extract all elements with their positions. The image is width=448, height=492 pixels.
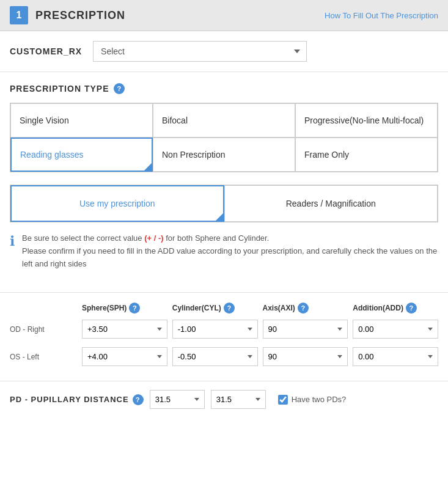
info-text: Be sure to select the correct value (+ /… [22, 232, 438, 270]
os-left-label: OS - Left [10, 353, 77, 361]
od-right-label: OD - Right [10, 325, 77, 334]
fields-header: Sphere(SPH) ? Cylinder(CYL) ? Axis(AXI) … [10, 303, 438, 314]
prescription-type-grid: Single Vision Bifocal Progressive(No-lin… [10, 103, 438, 172]
info-box: ℹ Be sure to select the correct value (+… [10, 232, 438, 276]
header-title: PRESCRIPTION [35, 9, 125, 22]
pd-have-two-label: Have two PDs? [292, 395, 347, 404]
pd-have-two-checkbox[interactable] [278, 395, 288, 405]
prescription-cell-frame-only[interactable]: Frame Only [295, 138, 438, 172]
addition-column-header: Addition(ADD) ? [353, 303, 438, 314]
subtype-cell-readers-magnification[interactable]: Readers / Magnification [224, 185, 438, 222]
prescription-cell-single-vision[interactable]: Single Vision [10, 103, 153, 138]
prescription-type-help-icon[interactable]: ? [114, 83, 125, 94]
prescription-type-title: PRESCRIPTION TYPE ? [10, 83, 438, 94]
info-icon: ℹ [10, 233, 15, 249]
os-left-row: OS - Left +4.00 -0.50 90 0.00 [10, 347, 438, 366]
os-left-sphere-select[interactable]: +4.00 [82, 347, 167, 366]
od-right-sphere-select[interactable]: +3.50 [82, 320, 167, 339]
prescription-cell-progressive[interactable]: Progressive(No-line Multi-focal) [295, 103, 438, 138]
od-right-cylinder-select[interactable]: -1.00 [172, 320, 258, 339]
prescription-header: 1 PRESCRIPTION How To Fill Out The Presc… [0, 0, 448, 31]
cylinder-help-icon[interactable]: ? [224, 303, 235, 314]
subtype-cell-use-my-prescription[interactable]: Use my prescription [10, 185, 224, 222]
subtype-row: Use my prescription Readers / Magnificat… [10, 185, 438, 222]
pd-value2-select[interactable]: 31.5 [211, 390, 266, 409]
sphere-help-icon[interactable]: ? [129, 303, 140, 314]
prescription-type-section: PRESCRIPTION TYPE ? Single Vision Bifoca… [0, 72, 448, 293]
prescription-cell-non-prescription[interactable]: Non Prescription [153, 138, 295, 172]
prescription-cell-reading-glasses[interactable]: Reading glasses [10, 138, 153, 172]
pd-value1-select[interactable]: 31.5 [150, 390, 205, 409]
axis-help-icon[interactable]: ? [298, 303, 309, 314]
od-right-axis-select[interactable]: 90 [263, 320, 348, 339]
help-link[interactable]: How To Fill Out The Prescription [325, 11, 438, 20]
customer-rx-label: CUSTOMER_RX [10, 46, 82, 56]
pd-section: PD - PUPILLARY DISTANCE ? 31.5 31.5 Have… [0, 381, 448, 417]
customer-rx-row: CUSTOMER_RX Select [0, 31, 448, 72]
pd-checkbox-row: Have two PDs? [278, 395, 347, 405]
pd-help-icon[interactable]: ? [133, 394, 144, 405]
sphere-column-header: Sphere(SPH) ? [82, 303, 167, 314]
header-left: 1 PRESCRIPTION [10, 6, 125, 24]
pd-label: PD - PUPILLARY DISTANCE ? [10, 394, 144, 405]
axis-column-header: Axis(AXI) ? [263, 303, 348, 314]
cylinder-column-header: Cylinder(CYL) ? [172, 303, 258, 314]
os-left-axis-select[interactable]: 90 [263, 347, 348, 366]
customer-rx-select[interactable]: Select [93, 41, 307, 62]
fields-section: Sphere(SPH) ? Cylinder(CYL) ? Axis(AXI) … [0, 293, 448, 381]
step-badge: 1 [10, 6, 28, 24]
prescription-cell-bifocal[interactable]: Bifocal [153, 103, 295, 138]
addition-help-icon[interactable]: ? [406, 303, 417, 314]
od-right-addition-select[interactable]: 0.00 [353, 320, 438, 339]
os-left-addition-select[interactable]: 0.00 [353, 347, 438, 366]
os-left-cylinder-select[interactable]: -0.50 [172, 347, 258, 366]
od-right-row: OD - Right +3.50 -1.00 90 0.00 [10, 320, 438, 339]
